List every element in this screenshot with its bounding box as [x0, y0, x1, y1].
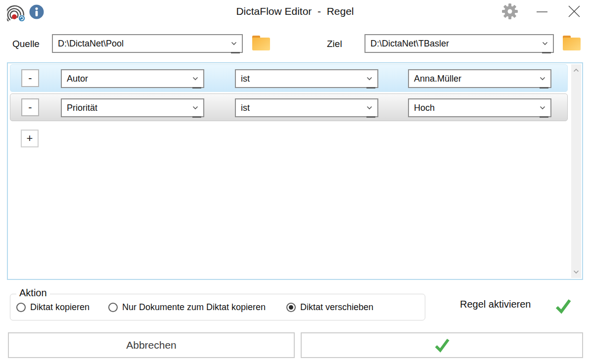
source-label: Quelle — [12, 39, 40, 49]
target-folder-button[interactable] — [562, 35, 581, 51]
minimize-button[interactable] — [535, 5, 549, 19]
radio-label: Diktat verschieben — [300, 302, 373, 313]
activate-check-icon[interactable] — [554, 297, 573, 316]
confirm-check-icon — [433, 336, 451, 354]
radio-label: Diktat kopieren — [30, 302, 90, 313]
source-path-value: D:\DictaNet\Pool — [58, 39, 124, 49]
radio-icon — [16, 303, 26, 312]
chevron-down-icon — [542, 42, 548, 46]
close-button[interactable] — [567, 4, 582, 19]
rule-operator-value: ist — [241, 103, 250, 113]
radio-diktat-verschieben[interactable]: Diktat verschieben — [286, 302, 373, 313]
gear-icon[interactable] — [501, 3, 518, 20]
activate-rule-label: Regel aktivieren — [460, 299, 531, 310]
source-path-select[interactable]: D:\DictaNet\Pool — [52, 34, 243, 53]
rule-value-select[interactable]: Anna.Müller — [408, 69, 551, 88]
chevron-down-icon — [366, 106, 372, 110]
rules-panel: - Autor ist Anna.Müller - Priorität — [7, 62, 583, 280]
chevron-down-icon — [231, 42, 237, 46]
radio-nur-dokumente[interactable]: Nur Dokumente zum Diktat kopieren — [108, 302, 266, 313]
cancel-button-label: Abbrechen — [126, 339, 177, 351]
rule-operator-value: ist — [241, 74, 250, 84]
rule-value-select[interactable]: Hoch — [408, 98, 551, 117]
dictaflow-editor-window: DictaFlow Editor - Regel Quelle D:\Di — [0, 0, 590, 364]
scroll-down-icon[interactable] — [573, 270, 579, 274]
rule-row[interactable]: - Autor ist Anna.Müller — [10, 64, 568, 92]
rule-operator-select[interactable]: ist — [235, 69, 378, 88]
chevron-down-icon — [540, 77, 545, 81]
remove-rule-button[interactable]: - — [21, 98, 39, 116]
target-path-select[interactable]: D:\DictaNet\TBasler — [364, 34, 554, 53]
target-label: Ziel — [327, 39, 342, 49]
radio-diktat-kopieren[interactable]: Diktat kopieren — [16, 302, 90, 313]
scroll-up-icon[interactable] — [573, 68, 579, 72]
action-groupbox: Aktion Diktat kopieren Nur Dokumente zum… — [10, 294, 425, 320]
rule-field-select[interactable]: Autor — [61, 69, 204, 88]
chevron-down-icon — [540, 106, 545, 110]
rule-value-value: Hoch — [414, 103, 435, 113]
rule-value-value: Anna.Müller — [414, 74, 461, 84]
radio-icon — [108, 303, 118, 312]
radio-icon — [286, 303, 296, 312]
chevron-down-icon — [366, 77, 372, 81]
scrollbar[interactable] — [571, 64, 581, 278]
confirm-button[interactable] — [301, 332, 583, 358]
add-rule-button[interactable]: + — [21, 130, 39, 147]
radio-label: Nur Dokumente zum Diktat kopieren — [122, 302, 266, 313]
action-legend: Aktion — [16, 287, 50, 299]
titlebar: DictaFlow Editor - Regel — [0, 0, 590, 24]
chevron-down-icon — [192, 77, 198, 81]
rule-operator-select[interactable]: ist — [235, 98, 378, 117]
remove-rule-button[interactable]: - — [21, 69, 39, 87]
rule-field-value: Priorität — [67, 103, 97, 113]
rule-field-value: Autor — [67, 74, 88, 84]
cancel-button[interactable]: Abbrechen — [8, 332, 295, 358]
rule-field-select[interactable]: Priorität — [61, 98, 204, 117]
source-folder-button[interactable] — [252, 35, 271, 51]
target-path-value: D:\DictaNet\TBasler — [370, 39, 449, 49]
chevron-down-icon — [192, 106, 198, 110]
rule-row[interactable]: - Priorität ist Hoch — [10, 93, 568, 121]
